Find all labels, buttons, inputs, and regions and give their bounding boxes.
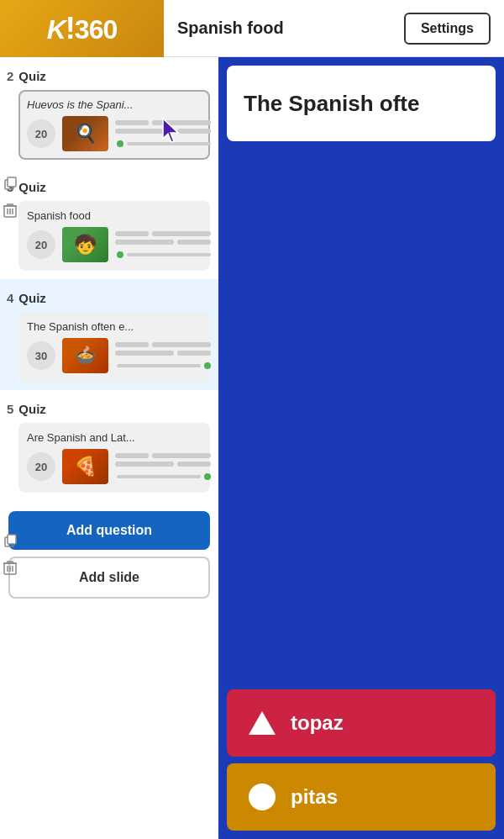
quiz-card-title-3: Spanish food [27, 209, 202, 222]
circle-shape-container [247, 782, 277, 812]
quiz-num-4: 4 [7, 291, 13, 305]
add-slide-button[interactable]: Add slide [8, 557, 210, 599]
add-question-button[interactable]: Add question [8, 511, 210, 550]
quiz-num-5: 5 [7, 402, 13, 416]
progress-dot-4 [115, 362, 211, 369]
bar-4a1 [115, 342, 149, 347]
main-content: 2 Quiz Huevos is the Spani... 20 🍳 [0, 57, 504, 839]
quiz-card-3[interactable]: Spanish food 20 🧒 [18, 201, 210, 271]
quiz-thumb-2: 🍳 [62, 116, 108, 151]
question-text: The Spanish ofte [244, 91, 419, 117]
dot-bar-5a [117, 475, 201, 478]
quiz-header-5: 5 Quiz [0, 398, 218, 420]
quiz-thumb-4: 🍲 [62, 338, 108, 373]
bar-4b1 [115, 351, 174, 356]
bar-row-4b [115, 351, 211, 356]
quiz-card-title-2: Huevos is the Spani... [27, 98, 202, 111]
quiz-points-5: 20 [27, 452, 55, 481]
logo-exclaim: ! [66, 11, 75, 45]
quiz-card-2[interactable]: Huevos is the Spani... 20 🍳 [18, 90, 210, 160]
quiz-type-5: Quiz [18, 402, 46, 416]
spacer [218, 150, 504, 490]
quiz-points-3: 20 [27, 230, 55, 259]
quiz-bars-2 [115, 120, 211, 147]
answer-card-triangle[interactable]: topaz [227, 689, 496, 757]
sidebar-icons-4 [2, 532, 18, 576]
bar-2b2 [177, 129, 211, 134]
quiz-card-body-5: 20 🍕 [27, 449, 202, 484]
quiz-type-3: Quiz [18, 180, 46, 194]
bar-3a2 [152, 231, 211, 236]
copy-icon-4[interactable] [2, 532, 18, 549]
dot-4 [204, 362, 211, 369]
bar-row-5a [115, 453, 211, 458]
quiz-bars-3 [115, 231, 211, 258]
food-icon-2: 🍳 [62, 116, 108, 151]
svg-rect-9 [8, 535, 16, 544]
quiz-points-4: 30 [27, 341, 55, 370]
quiz-thumb-5: 🍕 [62, 449, 108, 484]
dot-2 [117, 140, 123, 147]
logo-area: K!360 [0, 0, 164, 57]
header-title: Spanish food [177, 18, 284, 38]
answers-area: topaz pitas [218, 490, 504, 839]
quiz-points-2: 20 [27, 119, 55, 148]
quiz-card-5[interactable]: Are Spanish and Lat... 20 🍕 [18, 423, 210, 493]
sidebar-action-icons [2, 175, 18, 219]
dot-bar-4a [117, 364, 201, 367]
settings-button[interactable]: Settings [404, 13, 491, 45]
quiz-section-2: 2 Quiz Huevos is the Spani... 20 🍳 [0, 57, 218, 168]
food-icon-3: 🧒 [62, 227, 108, 262]
copy-icon[interactable] [2, 175, 18, 192]
bar-4a2 [152, 342, 211, 347]
quiz-card-body-4: 30 🍲 [27, 338, 202, 373]
triangle-icon [249, 711, 276, 735]
circle-icon [249, 784, 276, 810]
header: K!360 Spanish food Settings [0, 0, 504, 57]
quiz-thumb-3: 🧒 [62, 227, 108, 262]
quiz-header-4: 4 Quiz [0, 288, 218, 309]
dot-bar-2 [127, 142, 211, 145]
bar-2a1 [115, 120, 149, 125]
question-card: The Spanish ofte [227, 66, 496, 141]
bar-row-3a [115, 231, 211, 236]
bar-3a1 [115, 231, 149, 236]
bar-row-2a [115, 120, 211, 125]
bar-3b2 [177, 240, 211, 245]
logo-k: K [47, 14, 66, 45]
quiz-bars-5 [115, 453, 211, 480]
header-right: Spanish food Settings [164, 13, 504, 45]
bar-row-3b [115, 240, 211, 245]
bar-row-4a [115, 342, 211, 347]
answer-text-topaz: topaz [291, 711, 344, 735]
dot-5 [204, 473, 211, 480]
delete-icon[interactable] [2, 202, 18, 219]
bar-row-2b [115, 129, 211, 134]
triangle-shape [247, 708, 277, 738]
quiz-num-2: 2 [7, 69, 13, 83]
quiz-card-4[interactable]: The Spanish often e... 30 🍲 [18, 312, 210, 382]
bar-5b1 [115, 462, 174, 467]
logo-360: 360 [75, 14, 117, 45]
bar-5a2 [152, 453, 211, 458]
sidebar: 2 Quiz Huevos is the Spani... 20 🍳 [0, 57, 218, 839]
svg-rect-2 [8, 177, 16, 187]
logo: K!360 [47, 11, 118, 46]
progress-dot-5 [115, 473, 211, 480]
food-icon-5: 🍕 [62, 449, 108, 484]
quiz-card-body-2: 20 🍳 [27, 116, 202, 151]
quiz-type-2: Quiz [18, 69, 46, 83]
quiz-header-3: 3 Quiz [0, 177, 218, 198]
answer-card-circle[interactable]: pitas [227, 763, 496, 831]
dot-bar-3 [127, 253, 211, 256]
quiz-section-5: 5 Quiz Are Spanish and Lat... 20 🍕 [0, 390, 218, 501]
bar-2a2 [152, 120, 211, 125]
quiz-bars-4 [115, 342, 211, 369]
bar-3b1 [115, 240, 174, 245]
quiz-card-title-4: The Spanish often e... [27, 320, 202, 333]
bar-2b1 [115, 129, 174, 134]
delete-icon-4[interactable] [2, 559, 18, 576]
main-panel: The Spanish ofte topaz pitas [218, 57, 504, 839]
bar-row-5b [115, 462, 211, 467]
progress-dot-2 [115, 140, 211, 147]
